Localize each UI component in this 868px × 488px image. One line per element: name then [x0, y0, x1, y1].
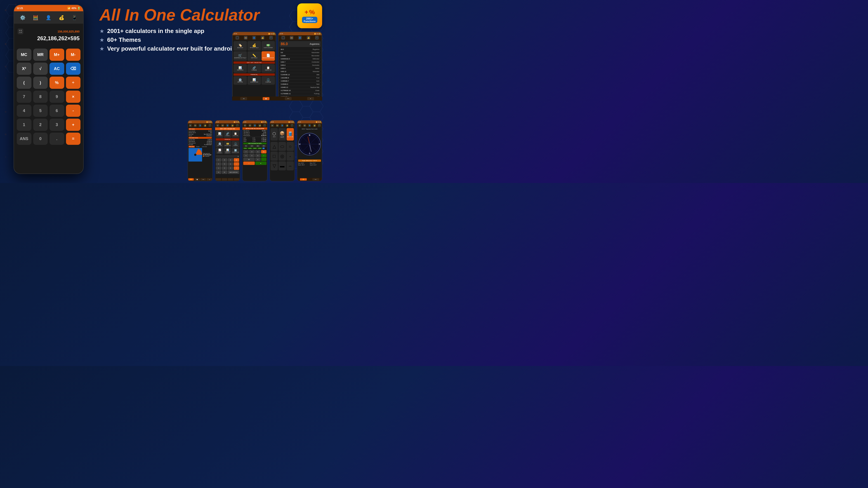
gst-content: GST / VAT / SALES TAX 📊 PRE RATES 🔗 COMB… [215, 127, 240, 181]
four-button[interactable]: 4 [17, 105, 31, 117]
six-button[interactable]: 6 [50, 105, 64, 117]
ls1-btn-cash: 💵 CASH COUNTER [261, 41, 275, 51]
plus-button[interactable]: + [66, 119, 81, 131]
minus-button[interactable]: - [66, 105, 81, 117]
ls1-gst-grid: 📊 PRE RATES 🔗 COMBINE 📋 SIMPLE TAX [234, 64, 275, 73]
multiply-button[interactable]: × [66, 91, 81, 103]
shapes-volume-label: VOLUME (METAL) [278, 136, 286, 138]
gst-compare-label: COMPARE [233, 145, 238, 146]
mminus-button[interactable]: M- [66, 48, 81, 61]
lparen-button[interactable]: ( [17, 76, 31, 89]
mr-button[interactable]: MR [33, 48, 48, 61]
sqrt-button[interactable]: √ [33, 63, 48, 75]
tax-net-val: 59,355.0 [262, 130, 266, 131]
status-bar: 12:21 📶 43%🔋 [14, 5, 83, 11]
tax-final-val: 62,322.75 [261, 135, 266, 136]
rate-input-2: 12.0 [249, 145, 254, 147]
nav-money-icon[interactable]: 💰 [57, 13, 66, 22]
emi-loan-amount-row: Loan amount 50,000 [188, 130, 212, 132]
rate-input-4: 28.0 [261, 145, 267, 147]
tax-cgst-row: CGST +2.5% +1,483.88 [243, 139, 266, 140]
tax-cgst-val: +1,483.88 [261, 139, 266, 140]
large-screen-categories: 12:31 📶 44%🔋 ⚙ 🧮 👤 💰 📱 🏷️ DISCOUNT [232, 32, 276, 101]
gst-key-fd: FD [216, 170, 221, 174]
gst-simple-label: SIMPLE TAX [233, 135, 238, 136]
ls1-btn-emi: 🏦 EMI LOAN [234, 76, 247, 85]
unit-item-micrometer: 0.0086Micrometer [279, 54, 321, 57]
shape-sphere: ○ [287, 142, 294, 151]
tax-sgst-rate: +2.5% [252, 140, 255, 142]
three-button[interactable]: 3 [50, 119, 64, 131]
mplus-button[interactable]: M+ [50, 48, 64, 61]
gst-btn-simple-int: 📈 SIMPLE INTEREST [216, 148, 223, 154]
five-button[interactable]: 5 [33, 105, 48, 117]
rate-chip-12: +12.0% [248, 148, 252, 149]
gst-key-9: 9 [228, 158, 233, 162]
ls1-btn-invoice: 📄 INVOICE QUOTATION [261, 51, 275, 61]
shape-dome: ⌢ [287, 161, 294, 170]
shape-cylinder: ⬭ [278, 142, 286, 151]
emi-nav-btn-orange: 🟧 [188, 178, 194, 181]
gst-keys: 7 8 9 AC 4 5 6 ÷ 1 2 3 × [216, 158, 239, 170]
gst-key-3: 3 [228, 166, 233, 170]
seven-button[interactable]: 7 [17, 91, 31, 103]
ac-button[interactable]: AC [50, 63, 64, 75]
ls1-second-grid: 🛒 SHOPPING LIST TALLY 📏 UNIT PRICE 📄 INV… [234, 51, 275, 61]
emi-rate-row: Interest rate % 8.5 [188, 132, 212, 133]
svg-point-19 [5, 133, 6, 135]
eight-button[interactable]: 8 [33, 91, 48, 103]
gst-btn-simple: 📋 SIMPLE TAX [232, 131, 239, 138]
one-button[interactable]: 1 [17, 119, 31, 131]
gst-loan-label: LOAN AFFORD [224, 145, 230, 146]
ls1-top-grid: 🏷️ DISCOUNT 💰 TIP SPLIT TALLY 💵 CASH COU… [234, 41, 275, 51]
delete-button[interactable]: ⌫ [66, 63, 81, 75]
emi-nav-2: 🧮 [194, 124, 197, 127]
gst-nav-1: ⚙ [216, 124, 219, 127]
rate-chip-28: +28.0% [257, 148, 262, 149]
emi-pie-chart [188, 148, 202, 162]
nav-person-icon[interactable]: 👤 [44, 13, 53, 22]
ls1-nav-icon-3: 👤 [252, 36, 256, 39]
nav-calculator-icon[interactable]: 🧮 [31, 13, 40, 22]
two-button[interactable]: 2 [33, 119, 48, 131]
emi-pie-area: Total payment 81.2% Principal ● Interest [188, 148, 212, 162]
zero-button[interactable]: 0 [33, 133, 48, 145]
main-phone: 12:21 📶 43%🔋 ⚙️ 🧮 👤 💰 📱 π θ √ x² 156,000… [13, 4, 84, 174]
compass-angle-diff: Angle difference = 314.0° [298, 160, 321, 162]
tax-amount-row: TAX amount 2,967.75 [243, 133, 266, 135]
tax-cgst-rate: +2.5% [252, 139, 255, 140]
phone-display: π θ √ x² 156,000,825,890 262,186,262×595 [14, 24, 83, 46]
svg-point-81 [309, 143, 310, 145]
nine-button[interactable]: 9 [50, 91, 64, 103]
nav-phone-icon[interactable]: 📱 [70, 13, 79, 22]
svg-point-16 [5, 77, 6, 78]
shape-cone: △ [271, 142, 278, 151]
app-icon-symbols: + % [305, 8, 315, 16]
decimal-button[interactable]: . [50, 133, 64, 145]
gst-btn-loan: 💳 LOAN AFFORD [224, 141, 231, 147]
tax-content: DETAILS FOR TAX CALCULATION Net amount 5… [243, 127, 267, 181]
emi-time: 12:21 [189, 121, 192, 123]
ans-button[interactable]: ANS [17, 133, 31, 145]
compass-svg: N S E W [298, 131, 321, 158]
nav-settings-icon[interactable]: ⚙️ [19, 13, 27, 22]
compass-south: South: 314.0° [310, 164, 321, 166]
divide-button[interactable]: ÷ [66, 76, 81, 89]
percent-button[interactable]: % [50, 76, 64, 89]
mc-button[interactable]: MC [17, 48, 31, 61]
emi-nav-5: 📱 [209, 124, 211, 127]
gst-fin-grid: 🏦 EMI LOAN 💳 LOAN AFFORD ⚖️ COMPARE [215, 141, 240, 148]
gst-nav-btn-1 [216, 178, 221, 181]
ls2-nav-icon-2: 🧮 [290, 36, 293, 39]
equals-button[interactable]: = [66, 133, 81, 145]
emi-interest-label: Total interest [188, 141, 195, 142]
shapes-status: 12:38 📶 44%🔋 [270, 121, 294, 123]
emi-date-val: Sat, 09/07/2022 [204, 133, 212, 135]
tax-net-label: Net amount [243, 130, 249, 131]
square-button[interactable]: X² [17, 63, 31, 75]
unit-item-meter: 8.6E-9Meter [279, 67, 321, 70]
gst-simple-int-label: SIMPLE INTEREST [216, 151, 223, 153]
rparen-button[interactable]: ) [33, 76, 48, 89]
emi-bottom-nav: 🟧 📋 ⟵ ▲ [188, 178, 213, 181]
gst-status: 12:24 📶 44%🔋 [215, 121, 240, 123]
